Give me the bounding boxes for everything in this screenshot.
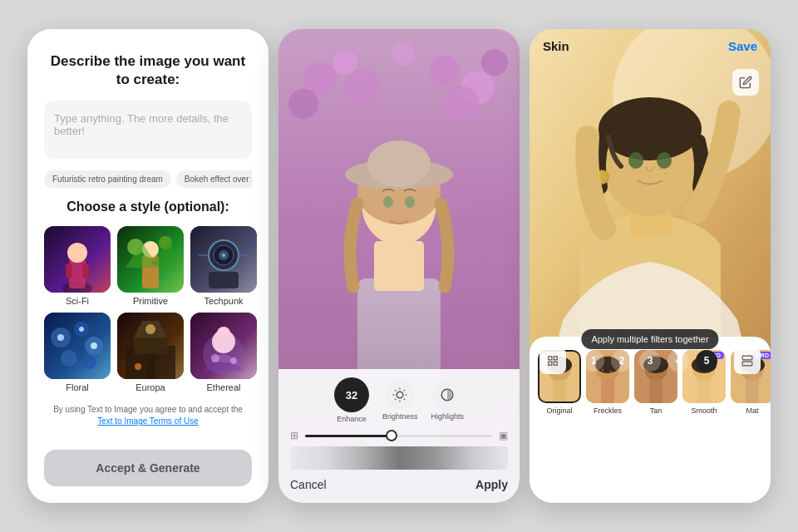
tooltip-bar: Apply multiple filters together [581,329,718,349]
svg-point-47 [343,69,380,106]
terms-link[interactable]: Text to Image Terms of Use [97,416,199,426]
svg-point-79 [633,168,635,170]
svg-point-60 [405,196,415,208]
screen-text-to-image: Describe the image you want to create: T… [27,29,268,503]
screen1-title: Describe the image you want to create: [44,52,252,89]
styles-grid: Sci-Fi [44,226,252,392]
chip-2[interactable]: Bokeh effect over light [176,170,252,188]
svg-rect-103 [649,380,663,403]
svg-point-50 [481,49,508,76]
skin-title: Skin [543,39,569,53]
style-img-floral [44,313,111,379]
histogram [290,446,508,470]
filter-icon-right[interactable] [734,347,761,374]
svg-point-58 [367,140,431,187]
svg-line-64 [395,390,396,391]
style-img-europa [117,313,184,379]
style-primitive-label: Primitive [133,296,168,306]
style-europa-label: Europa [135,382,165,392]
style-img-primitive [117,226,184,293]
filter-original-label: Original [546,406,572,415]
edit-icon-button[interactable] [732,69,759,96]
svg-line-69 [404,390,405,391]
svg-point-81 [660,168,663,170]
svg-point-52 [392,42,415,66]
save-button[interactable]: Save [728,39,757,53]
svg-rect-54 [374,241,424,291]
brightness-icon[interactable] [385,380,415,410]
terms-text: By using Text to Image you agree to and … [44,404,252,427]
style-img-techpunk [190,226,257,293]
style-europa[interactable]: Europa [117,313,184,392]
enhance-label: Enhance [337,415,367,423]
filter-smooth-label: Smooth [691,406,717,415]
filter-icon-left[interactable] [539,347,566,374]
filter-freckles-label: Freckles [594,406,622,415]
svg-rect-17 [209,272,239,288]
prompt-input[interactable]: Type anything. The more details, the bet… [44,101,252,159]
filter-controls: 1 2 3 4 5 [530,347,771,374]
style-ethereal[interactable]: Ethereal [190,313,257,392]
skin-header: Skin Save [530,29,771,63]
svg-rect-35 [146,354,155,379]
pill-1[interactable]: 1 [583,350,604,372]
svg-point-41 [211,354,219,362]
svg-rect-83 [549,357,552,360]
svg-point-46 [288,89,318,119]
svg-point-26 [83,356,96,369]
style-scifi[interactable]: Sci-Fi [44,226,111,306]
battery-icon: ▣ [499,430,508,441]
svg-point-34 [145,324,155,334]
pill-3[interactable]: 3 [639,350,661,372]
svg-point-59 [383,196,393,208]
svg-line-68 [395,399,396,400]
svg-line-65 [404,399,405,400]
pill-5[interactable]: 5 [696,350,717,372]
cancel-button[interactable]: Cancel [290,478,327,491]
svg-rect-88 [742,362,752,366]
highlights-label: Highlights [431,412,465,421]
svg-point-51 [443,86,480,122]
svg-rect-111 [746,380,759,403]
svg-rect-99 [601,380,614,403]
svg-point-80 [638,171,640,173]
svg-point-82 [664,173,666,175]
svg-rect-84 [554,357,557,360]
style-section-title: Choose a style (optional): [44,200,252,214]
svg-rect-107 [697,380,711,403]
svg-point-27 [57,334,64,341]
svg-rect-5 [82,264,89,278]
enhance-slider[interactable] [305,435,492,437]
main-container: Describe the image you want to create: T… [0,0,798,532]
style-primitive[interactable]: Primitive [117,226,184,306]
generate-button[interactable]: Accept & Generate [44,450,252,486]
svg-rect-4 [66,264,72,278]
number-pills: 1 2 3 4 5 [583,350,717,372]
highlights-icon[interactable] [432,380,462,410]
enhance-value[interactable]: 32 [334,377,369,412]
filter-mat-label: Mat [746,406,758,415]
style-techpunk-label: Techpunk [204,296,243,306]
screen-skin-filters: Skin Save Apply multiple filters togethe… [530,29,771,503]
svg-point-61 [397,392,403,398]
svg-rect-87 [742,356,752,360]
svg-point-36 [135,363,141,370]
chip-1[interactable]: Futuristic retro painting dream [44,170,171,188]
svg-point-3 [67,243,87,263]
svg-point-77 [657,152,672,169]
svg-point-42 [230,357,237,364]
style-img-scifi [44,226,111,293]
style-floral[interactable]: Floral [44,313,111,392]
filter-tan-label: Tan [650,406,663,415]
apply-button[interactable]: Apply [475,478,508,491]
svg-rect-86 [554,362,557,365]
pill-4[interactable]: 4 [667,350,689,372]
svg-point-40 [217,327,230,340]
layers-icon: ⊞ [290,430,298,441]
style-img-ethereal [190,313,257,379]
svg-rect-32 [134,337,167,354]
screen-photo-editor: 32 Enhance [278,29,520,503]
pill-2[interactable]: 2 [611,350,633,372]
svg-point-29 [91,342,97,349]
style-techpunk[interactable]: Techpunk [190,226,257,306]
